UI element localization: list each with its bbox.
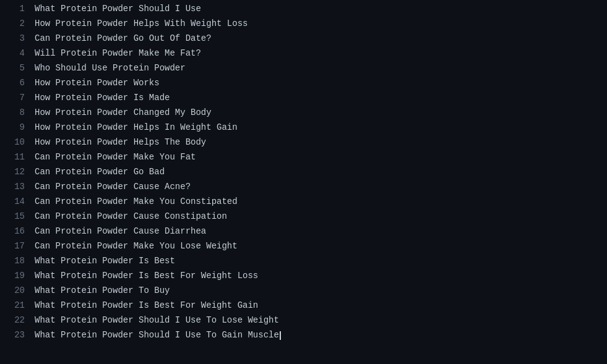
line-number: 21 [5,300,25,310]
line-number: 7 [5,93,25,103]
line: 22What Protein Powder Should I Use To Lo… [0,315,607,330]
line-content: Can Protein Powder Cause Acne? [35,182,191,192]
line-number: 1 [5,4,25,14]
line-content: What Protein Powder To Buy [35,286,170,295]
line: 2How Protein Powder Helps With Weight Lo… [0,19,607,33]
line-content: How Protein Powder Helps The Body [35,137,206,147]
line-content: How Protein Powder Helps In Weight Gain [35,122,238,132]
line-number: 14 [5,197,25,206]
line-number: 15 [5,211,25,221]
line-content: What Protein Powder Should I Use [35,4,201,14]
line-content: Will Protein Powder Make Me Fat? [35,48,201,58]
line-content: Can Protein Powder Make You Constipated [35,197,238,206]
line-number: 22 [5,315,25,325]
line: 14Can Protein Powder Make You Constipate… [0,197,607,211]
line: 17Can Protein Powder Make You Lose Weigh… [0,241,607,256]
line: 8How Protein Powder Changed My Body [0,108,607,122]
line-content: Who Should Use Protein Powder [35,63,186,73]
line: 23What Protein Powder Should I Use To Ga… [0,330,607,345]
line-content: What Protein Powder Is Best For Weight L… [35,271,258,281]
line-number: 6 [5,78,25,88]
line: 16Can Protein Powder Cause Diarrhea [0,226,607,241]
line-content: How Protein Powder Works [35,78,160,88]
line-number: 16 [5,226,25,236]
line-number: 8 [5,108,25,117]
line-content: Can Protein Powder Go Bad [35,167,165,177]
line: 19What Protein Powder Is Best For Weight… [0,271,607,286]
line-number: 12 [5,167,25,177]
line: 9How Protein Powder Helps In Weight Gain [0,122,607,137]
line-content: Can Protein Powder Cause Diarrhea [35,226,206,236]
line-content: What Protein Powder Should I Use To Gain… [35,330,281,340]
editor-container: 1What Protein Powder Should I Use2How Pr… [0,0,607,364]
line-number: 17 [5,241,25,251]
line-content: What Protein Powder Is Best For Weight G… [35,300,258,310]
line: 21What Protein Powder Is Best For Weight… [0,300,607,315]
line-number: 5 [5,63,25,73]
line-number: 3 [5,33,25,43]
line: 10How Protein Powder Helps The Body [0,137,607,152]
line: 18What Protein Powder Is Best [0,256,607,271]
line-content: What Protein Powder Is Best [35,256,175,266]
line: 20What Protein Powder To Buy [0,286,607,300]
line-content: How Protein Powder Changed My Body [35,108,212,117]
line-content: How Protein Powder Helps With Weight Los… [35,19,248,28]
line: 6How Protein Powder Works [0,78,607,93]
line: 5Who Should Use Protein Powder [0,63,607,78]
line-number: 2 [5,19,25,28]
line: 11Can Protein Powder Make You Fat [0,152,607,167]
line: 1What Protein Powder Should I Use [0,4,607,19]
lines-container: 1What Protein Powder Should I Use2How Pr… [0,4,607,345]
line-number: 18 [5,256,25,266]
line: 12Can Protein Powder Go Bad [0,167,607,182]
line-number: 11 [5,152,25,162]
line-content: Can Protein Powder Make You Fat [35,152,196,162]
line-number: 4 [5,48,25,58]
line-number: 20 [5,286,25,295]
line-content: What Protein Powder Should I Use To Lose… [35,315,279,325]
line-number: 23 [5,330,25,340]
line-content: Can Protein Powder Make You Lose Weight [35,241,238,251]
line-number: 9 [5,122,25,132]
line: 15Can Protein Powder Cause Constipation [0,211,607,226]
line-content: Can Protein Powder Go Out Of Date? [35,33,212,43]
line: 13Can Protein Powder Cause Acne? [0,182,607,197]
line: 7How Protein Powder Is Made [0,93,607,108]
line-number: 13 [5,182,25,192]
line-content: Can Protein Powder Cause Constipation [35,211,227,221]
line: 3Can Protein Powder Go Out Of Date? [0,33,607,48]
line: 4Will Protein Powder Make Me Fat? [0,48,607,63]
line-number: 10 [5,137,25,147]
line-number: 19 [5,271,25,281]
line-content: How Protein Powder Is Made [35,93,170,103]
